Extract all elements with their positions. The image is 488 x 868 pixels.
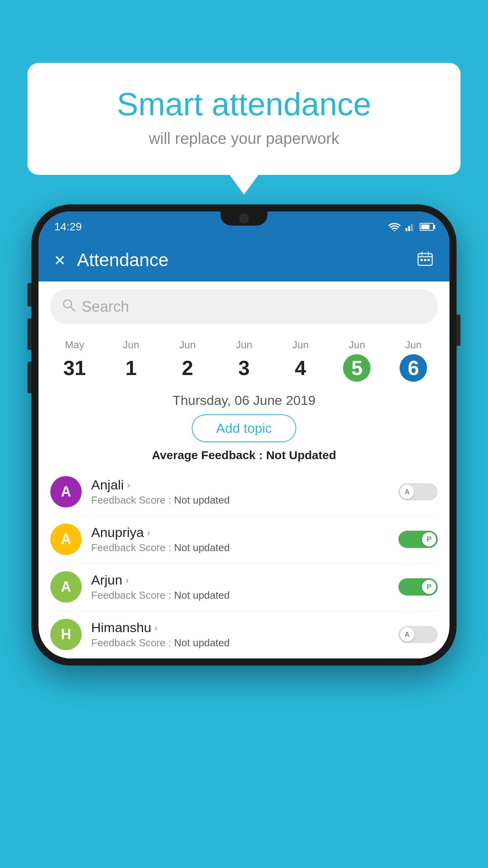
selected-date-display: Thursday, 06 June 2019	[39, 393, 449, 408]
search-placeholder: Search	[82, 298, 129, 315]
close-button[interactable]: ×	[54, 249, 65, 271]
student-feedback: Feedback Score : Not updated	[91, 494, 398, 506]
feedback-value: Not updated	[174, 637, 230, 649]
student-feedback: Feedback Score : Not updated	[91, 542, 398, 554]
silent-button	[28, 362, 31, 393]
svg-rect-9	[424, 259, 426, 261]
svg-point-11	[64, 300, 72, 308]
battery-icon	[420, 223, 434, 231]
toggle-knob: A	[400, 627, 414, 642]
wifi-icon	[388, 223, 401, 231]
chevron-icon: ›	[125, 575, 128, 586]
calendar-day[interactable]: Jun4	[272, 336, 329, 385]
calendar-strip: May31Jun1Jun2Jun3Jun4Jun5Jun6	[39, 332, 449, 385]
student-name: Anjali ›	[91, 477, 398, 493]
chevron-icon: ›	[147, 527, 150, 538]
attendance-toggle[interactable]: P	[398, 578, 438, 596]
average-feedback: Average Feedback : Not Updated	[39, 449, 449, 462]
feedback-value: Not updated	[174, 494, 230, 506]
toggle-knob: P	[422, 532, 436, 546]
student-avatar: A	[50, 524, 82, 555]
student-row[interactable]: AArjun ›Feedback Score : Not updatedP	[50, 563, 438, 611]
calendar-day[interactable]: Jun5	[329, 336, 385, 385]
phone-screen: 14:29	[39, 211, 449, 658]
student-row[interactable]: HHimanshu ›Feedback Score : Not updatedA	[50, 611, 438, 658]
student-row[interactable]: AAnjali ›Feedback Score : Not updatedA	[50, 468, 438, 516]
calendar-icon[interactable]	[416, 250, 434, 269]
calendar-day[interactable]: Jun6	[385, 336, 442, 385]
chevron-icon: ›	[154, 622, 158, 633]
toggle-knob: A	[400, 485, 414, 499]
attendance-toggle[interactable]: A	[398, 483, 438, 500]
student-name: Anupriya ›	[91, 525, 398, 540]
bubble-title: Smart attendance	[59, 86, 429, 122]
phone: 14:29	[31, 204, 457, 666]
search-bar[interactable]: Search	[50, 289, 438, 324]
student-name: Himanshu ›	[91, 620, 398, 635]
chevron-icon: ›	[127, 480, 130, 491]
svg-line-12	[71, 307, 75, 311]
attendance-toggle[interactable]: A	[398, 626, 438, 643]
phone-container: 14:29	[31, 204, 457, 666]
student-avatar: A	[50, 476, 82, 508]
student-avatar: A	[50, 571, 82, 603]
svg-rect-1	[405, 228, 407, 231]
student-info: Himanshu ›Feedback Score : Not updated	[91, 620, 398, 649]
student-info: Arjun ›Feedback Score : Not updated	[91, 572, 398, 601]
svg-rect-10	[427, 259, 430, 261]
student-info: Anupriya ›Feedback Score : Not updated	[91, 525, 398, 554]
status-icons	[388, 223, 434, 231]
feedback-value: Not updated	[174, 542, 230, 554]
search-icon	[62, 298, 75, 315]
svg-rect-8	[420, 259, 423, 261]
svg-rect-2	[408, 226, 410, 231]
student-info: Anjali ›Feedback Score : Not updated	[91, 477, 398, 506]
speech-bubble: Smart attendance will replace your paper…	[28, 63, 460, 175]
student-feedback: Feedback Score : Not updated	[91, 589, 398, 601]
bubble-subtitle: will replace your paperwork	[59, 130, 429, 147]
calendar-day[interactable]: Jun1	[103, 336, 160, 385]
volume-down-button	[28, 318, 31, 350]
calendar-day[interactable]: Jun3	[216, 336, 272, 385]
power-button	[457, 314, 460, 346]
calendar-day[interactable]: May31	[46, 336, 103, 385]
speech-bubble-container: Smart attendance will replace your paper…	[28, 63, 460, 175]
student-list: AAnjali ›Feedback Score : Not updatedAAA…	[39, 468, 449, 658]
toggle-knob: P	[422, 580, 436, 594]
avg-feedback-label: Average Feedback :	[152, 449, 266, 462]
attendance-toggle[interactable]: P	[398, 531, 438, 548]
signal-icon	[405, 223, 415, 231]
svg-point-0	[394, 230, 396, 232]
app-bar: × Attendance	[39, 238, 449, 281]
student-avatar: H	[50, 619, 82, 650]
calendar-day[interactable]: Jun2	[159, 336, 216, 385]
status-time: 14:29	[54, 221, 82, 233]
add-topic-button[interactable]: Add topic	[192, 414, 296, 442]
volume-up-button	[28, 283, 31, 307]
student-name: Arjun ›	[91, 572, 398, 588]
student-feedback: Feedback Score : Not updated	[91, 637, 398, 649]
avg-feedback-value: Not Updated	[266, 449, 336, 462]
feedback-value: Not updated	[174, 589, 230, 601]
student-row[interactable]: AAnupriya ›Feedback Score : Not updatedP	[50, 516, 438, 563]
svg-rect-3	[411, 224, 413, 231]
notch-camera	[239, 214, 249, 223]
app-bar-title: Attendance	[77, 249, 416, 270]
phone-notch	[220, 211, 268, 226]
